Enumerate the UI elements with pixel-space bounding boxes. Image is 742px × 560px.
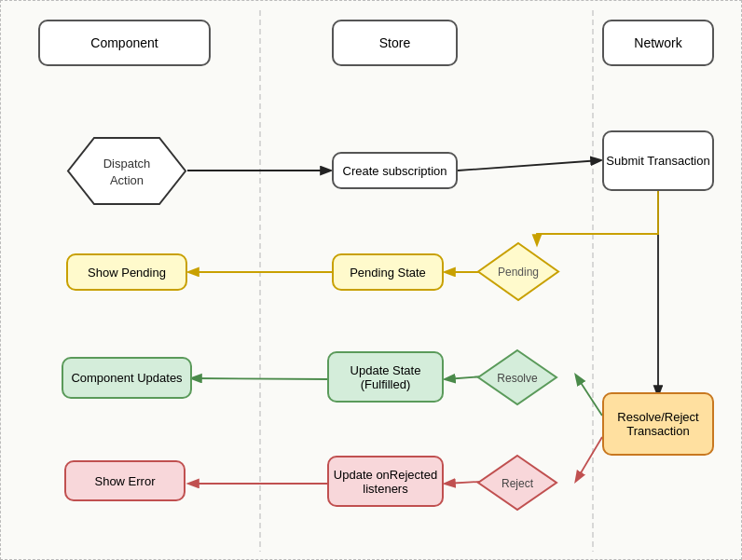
update-rejected-node: Update onRejected listeners	[327, 456, 444, 507]
update-state-node: Update State (Fulfilled)	[327, 351, 444, 403]
column-header-component: Component	[38, 20, 211, 66]
svg-text:Reject: Reject	[502, 477, 534, 490]
dispatch-action-node: Dispatch Action	[66, 136, 187, 206]
submit-transaction-node: Submit Transaction	[602, 130, 714, 191]
create-subscription-node: Create subscription	[332, 152, 458, 189]
pending-diamond-node: Pending	[476, 241, 560, 302]
diagram-container: Component Store Network Dispatch Action …	[0, 0, 742, 560]
svg-line-10	[192, 378, 332, 379]
component-updates-node: Component Updates	[62, 357, 192, 399]
svg-line-5	[576, 376, 602, 416]
svg-marker-13	[68, 138, 186, 204]
resolve-reject-node: Resolve/Reject Transaction	[602, 392, 714, 456]
resolve-diamond-node: Resolve	[476, 348, 558, 406]
reject-diamond-node: Reject	[476, 454, 558, 512]
pending-state-node: Pending State	[332, 253, 444, 291]
svg-text:Dispatch: Dispatch	[103, 157, 151, 171]
svg-text:Pending: Pending	[498, 266, 539, 279]
column-header-network: Network	[602, 20, 714, 66]
show-error-node: Show Error	[64, 460, 186, 501]
svg-line-3	[458, 160, 600, 171]
column-header-store: Store	[332, 20, 458, 66]
svg-line-6	[576, 437, 602, 481]
svg-text:Action: Action	[110, 173, 144, 187]
show-pending-node: Show Pending	[66, 253, 187, 291]
svg-text:Resolve: Resolve	[497, 372, 538, 385]
